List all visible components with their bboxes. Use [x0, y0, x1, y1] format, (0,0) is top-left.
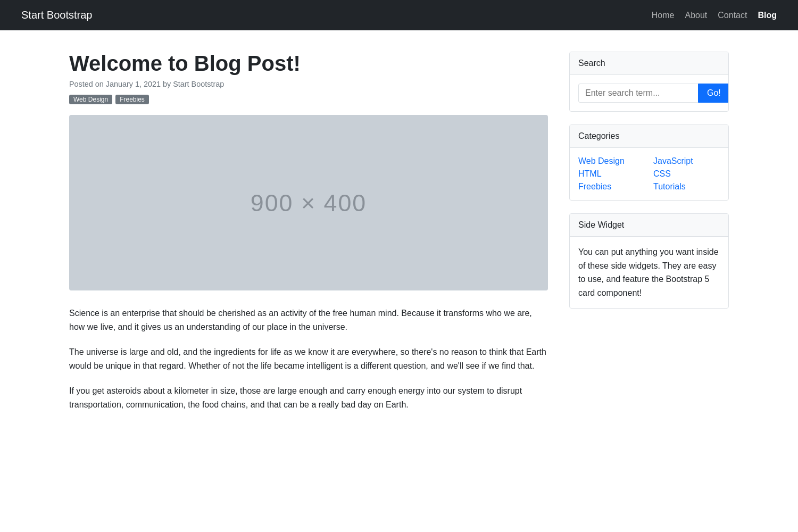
post-tag: Freebies	[115, 95, 149, 104]
post-image: 900 × 400	[69, 115, 548, 290]
post-paragraph: Science is an enterprise that should be …	[69, 306, 548, 335]
main-content: Welcome to Blog Post! Posted on January …	[69, 52, 548, 422]
category-link[interactable]: HTML	[578, 169, 645, 179]
navbar-link-contact[interactable]: Contact	[718, 11, 747, 20]
search-button[interactable]: Go!	[698, 84, 729, 103]
category-link[interactable]: CSS	[653, 169, 720, 179]
search-widget: Search Go!	[569, 52, 729, 112]
navbar-links: HomeAboutContactBlog	[652, 11, 777, 20]
navbar-link-blog[interactable]: Blog	[758, 11, 777, 20]
post-title: Welcome to Blog Post!	[69, 52, 548, 76]
categories-widget-body: Web DesignJavaScriptHTMLCSSFreebiesTutor…	[570, 148, 728, 200]
categories-grid: Web DesignJavaScriptHTMLCSSFreebiesTutor…	[578, 156, 720, 192]
navbar-brand[interactable]: Start Bootstrap	[21, 9, 92, 21]
search-widget-body: Go!	[570, 75, 728, 111]
post-tags: Web DesignFreebies	[69, 95, 548, 104]
category-link[interactable]: Tutorials	[653, 182, 720, 192]
sidebar: Search Go! Categories Web DesignJavaScri…	[569, 52, 729, 422]
navbar-link-about[interactable]: About	[685, 11, 708, 20]
navbar-link-home[interactable]: Home	[652, 11, 675, 20]
category-link[interactable]: Web Design	[578, 156, 645, 166]
post-body: Science is an enterprise that should be …	[69, 306, 548, 412]
page-container: Welcome to Blog Post! Posted on January …	[48, 30, 750, 444]
search-widget-header: Search	[570, 52, 728, 75]
categories-widget-header: Categories	[570, 125, 728, 148]
side-widget-header: Side Widget	[570, 214, 728, 237]
post-meta: Posted on January 1, 2021 by Start Boots…	[69, 80, 548, 88]
search-form: Go!	[578, 84, 720, 103]
categories-widget: Categories Web DesignJavaScriptHTMLCSSFr…	[569, 124, 729, 201]
side-widget: Side Widget You can put anything you wan…	[569, 213, 729, 309]
post-paragraph: The universe is large and old, and the i…	[69, 345, 548, 373]
category-link[interactable]: JavaScript	[653, 156, 720, 166]
side-widget-body: You can put anything you want inside of …	[570, 237, 728, 308]
post-paragraph: If you get asteroids about a kilometer i…	[69, 384, 548, 412]
side-widget-text: You can put anything you want inside of …	[578, 245, 720, 300]
category-link[interactable]: Freebies	[578, 182, 645, 192]
navbar: Start Bootstrap HomeAboutContactBlog	[0, 0, 798, 30]
search-input[interactable]	[578, 84, 698, 103]
post-tag: Web Design	[69, 95, 112, 104]
